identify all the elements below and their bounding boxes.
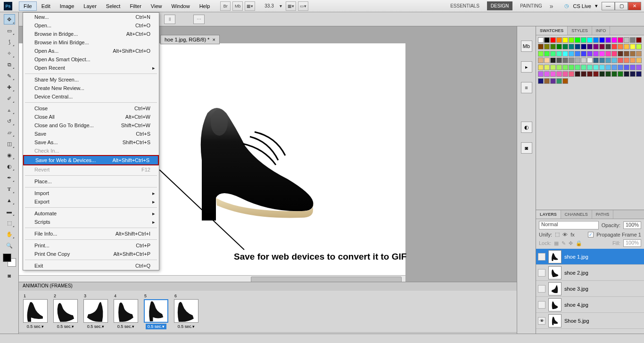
cs-live-label[interactable]: CS Live bbox=[573, 3, 591, 9]
zoom-value[interactable]: 33.3 bbox=[263, 3, 275, 8]
swatch[interactable] bbox=[618, 57, 623, 63]
adjustments-panel-icon[interactable]: ◐ bbox=[521, 122, 532, 133]
layer-row[interactable]: shoe 2.jpg bbox=[536, 265, 644, 281]
swatch[interactable] bbox=[618, 37, 623, 43]
distribute-v-icon[interactable]: ⦀ bbox=[164, 15, 175, 24]
visibility-toggle[interactable] bbox=[538, 269, 545, 277]
swatch[interactable] bbox=[569, 65, 574, 70]
swatch[interactable] bbox=[550, 65, 556, 70]
arrange-docs-icon[interactable]: ▦▾ bbox=[286, 1, 296, 11]
swatch[interactable] bbox=[599, 51, 605, 57]
swatch[interactable] bbox=[624, 44, 629, 49]
zoom-arrow[interactable]: ▾ bbox=[278, 3, 284, 8]
swatch[interactable] bbox=[544, 71, 550, 77]
swatch[interactable] bbox=[587, 65, 593, 70]
swatch[interactable] bbox=[550, 37, 556, 43]
path-select-tool[interactable]: ▲ bbox=[4, 195, 15, 205]
swatch[interactable] bbox=[636, 37, 642, 43]
swatch[interactable] bbox=[599, 44, 605, 49]
menuitem-automate[interactable]: Automate▸ bbox=[23, 209, 159, 218]
hand-tool[interactable]: ✋ bbox=[4, 229, 15, 239]
frame-delay[interactable]: 0.5 sec.▾ bbox=[176, 324, 197, 329]
color-swatches[interactable] bbox=[3, 253, 16, 267]
swatch[interactable] bbox=[569, 71, 574, 77]
swatch[interactable] bbox=[575, 37, 580, 43]
menuitem-share-my-screen[interactable]: Share My Screen... bbox=[23, 75, 159, 84]
swatch[interactable] bbox=[538, 78, 544, 84]
fill-field[interactable]: 100% bbox=[623, 239, 641, 247]
swatch[interactable] bbox=[550, 78, 556, 84]
marquee-tool[interactable]: ▭ bbox=[4, 25, 15, 36]
swatch[interactable] bbox=[593, 71, 599, 77]
swatch[interactable] bbox=[630, 65, 636, 70]
swatch[interactable] bbox=[562, 78, 568, 84]
swatch[interactable] bbox=[544, 51, 550, 57]
menuitem-exit[interactable]: ExitCtrl+Q bbox=[23, 261, 159, 270]
animation-frame[interactable]: 20.5 sec.▾ bbox=[52, 294, 79, 329]
eyedropper-tool[interactable]: ✎ bbox=[4, 71, 15, 81]
move-tool[interactable]: ✥ bbox=[4, 14, 15, 24]
unify-visibility-icon[interactable]: 👁 bbox=[562, 232, 568, 237]
swatch[interactable] bbox=[593, 65, 599, 70]
menuitem-close-and-go-to-bridge[interactable]: Close and Go To Bridge...Shift+Ctrl+W bbox=[23, 121, 159, 130]
swatch[interactable] bbox=[636, 51, 642, 57]
swatch[interactable] bbox=[569, 37, 574, 43]
tab-styles[interactable]: STYLES bbox=[568, 26, 592, 35]
swatch[interactable] bbox=[624, 51, 629, 57]
swatch[interactable] bbox=[599, 65, 605, 70]
swatch[interactable] bbox=[581, 37, 586, 43]
menuitem-save-for-web-devices[interactable]: Save for Web & Devices...Alt+Shift+Ctrl+… bbox=[23, 155, 159, 165]
swatch[interactable] bbox=[636, 71, 642, 77]
swatch[interactable] bbox=[618, 51, 623, 57]
swatch[interactable] bbox=[538, 51, 544, 57]
swatch[interactable] bbox=[593, 44, 599, 49]
lock-position-icon[interactable]: ✥ bbox=[569, 240, 573, 246]
animation-frame[interactable]: 30.5 sec.▾ bbox=[82, 294, 109, 329]
swatch[interactable] bbox=[562, 57, 568, 63]
brush-tool[interactable]: ✐ bbox=[4, 93, 15, 104]
animation-frame[interactable]: 40.5 sec.▾ bbox=[112, 294, 140, 329]
zoom-tool[interactable]: 🔍 bbox=[4, 240, 15, 251]
swatch[interactable] bbox=[538, 44, 544, 49]
swatch[interactable] bbox=[605, 57, 611, 63]
eraser-tool[interactable]: ▱ bbox=[4, 127, 15, 138]
swatch[interactable] bbox=[618, 71, 623, 77]
swatch[interactable] bbox=[599, 37, 605, 43]
swatch[interactable] bbox=[562, 44, 568, 49]
swatch[interactable] bbox=[556, 44, 562, 49]
swatch[interactable] bbox=[581, 51, 586, 57]
menuitem-print[interactable]: Print...Ctrl+P bbox=[23, 241, 159, 250]
minibridge-panel-icon[interactable]: Mb bbox=[521, 41, 532, 52]
swatch[interactable] bbox=[544, 78, 550, 84]
swatch[interactable] bbox=[556, 37, 562, 43]
workspace-more-icon[interactable]: » bbox=[550, 2, 553, 10]
swatch[interactable] bbox=[550, 44, 556, 49]
dodge-tool[interactable]: ◐ bbox=[4, 161, 15, 172]
animation-frame[interactable]: 10.5 sec.▾ bbox=[22, 294, 49, 329]
swatch[interactable] bbox=[538, 71, 544, 77]
menuitem-import[interactable]: Import▸ bbox=[23, 189, 159, 197]
frame-delay[interactable]: 0.5 sec.▾ bbox=[25, 324, 46, 329]
visibility-toggle[interactable]: 👁 bbox=[538, 317, 545, 325]
swatch[interactable] bbox=[544, 65, 550, 70]
swatch[interactable] bbox=[587, 44, 593, 49]
menuitem-browse-in-bridge[interactable]: Browse in Bridge...Alt+Ctrl+O bbox=[23, 30, 159, 38]
maximize-button[interactable]: ▢ bbox=[615, 2, 628, 10]
swatch[interactable] bbox=[618, 65, 623, 70]
menuitem-device-central[interactable]: Device Central... bbox=[23, 92, 159, 101]
swatch[interactable] bbox=[544, 37, 550, 43]
swatch[interactable] bbox=[544, 57, 550, 63]
unify-style-icon[interactable]: fx bbox=[570, 232, 575, 237]
swatch[interactable] bbox=[544, 44, 550, 49]
swatch[interactable] bbox=[562, 71, 568, 77]
gradient-tool[interactable]: ◫ bbox=[4, 139, 15, 149]
visibility-toggle[interactable] bbox=[538, 285, 545, 293]
menuitem-place[interactable]: Place... bbox=[23, 177, 159, 186]
swatch[interactable] bbox=[587, 71, 593, 77]
swatch[interactable] bbox=[611, 44, 617, 49]
frame-delay[interactable]: 0.5 sec.▾ bbox=[85, 324, 107, 329]
swatch[interactable] bbox=[624, 65, 629, 70]
history-panel-icon[interactable]: ▸ bbox=[521, 61, 532, 73]
menuitem-print-one-copy[interactable]: Print One CopyAlt+Shift+Ctrl+P bbox=[23, 250, 159, 258]
swatch[interactable] bbox=[587, 57, 593, 63]
